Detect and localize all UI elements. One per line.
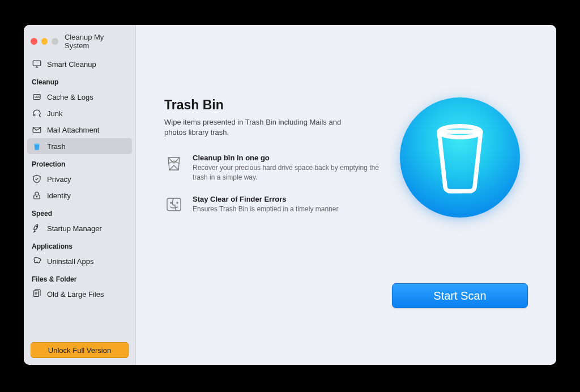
sidebar-item-cache-logs[interactable]: LOG Cache & Logs bbox=[27, 89, 132, 105]
feature-title: Stay Clear of Finder Errors bbox=[193, 195, 338, 203]
app-icon bbox=[32, 256, 42, 266]
svg-point-5 bbox=[35, 143, 40, 145]
log-icon: LOG bbox=[32, 92, 42, 102]
svg-rect-0 bbox=[33, 61, 41, 66]
sidebar-item-label: Smart Cleanup bbox=[47, 60, 96, 69]
sidebar-item-junk[interactable]: Junk bbox=[27, 105, 132, 121]
sidebar-item-mail-attachment[interactable]: Mail Attachment bbox=[27, 122, 132, 138]
svg-rect-4 bbox=[33, 127, 41, 133]
sidebar-content: Smart Cleanup Cleanup LOG Cache & Logs J… bbox=[24, 56, 135, 338]
titlebar: Cleanup My System bbox=[24, 31, 135, 56]
sidebar: Cleanup My System Smart Cleanup Cleanup … bbox=[24, 25, 136, 365]
app-window: Cleanup My System Smart Cleanup Cleanup … bbox=[24, 25, 556, 365]
shield-icon bbox=[32, 174, 42, 184]
fullscreen-icon[interactable] bbox=[52, 38, 58, 45]
sidebar-section-speed: Speed bbox=[27, 204, 132, 220]
main-panel: Trash Bin Wipe items presented in Trash … bbox=[136, 25, 556, 365]
sidebar-item-label: Identity bbox=[47, 191, 71, 200]
headphones-icon bbox=[32, 108, 42, 118]
sidebar-item-old-large-files[interactable]: Old & Large Files bbox=[27, 286, 132, 302]
feature-cleanup-bin: Cleanup bin in one go Recover your preci… bbox=[164, 154, 379, 182]
sidebar-item-smart-cleanup[interactable]: Smart Cleanup bbox=[27, 56, 132, 72]
sidebar-item-privacy[interactable]: Privacy bbox=[27, 171, 132, 187]
svg-rect-10 bbox=[167, 198, 181, 211]
close-icon[interactable] bbox=[31, 38, 37, 45]
sidebar-item-label: Junk bbox=[47, 109, 62, 118]
feature-finder-errors: Stay Clear of Finder Errors Ensures Tras… bbox=[164, 195, 379, 214]
sidebar-item-label: Old & Large Files bbox=[47, 290, 104, 299]
sidebar-item-label: Mail Attachment bbox=[47, 126, 100, 134]
svg-point-12 bbox=[177, 202, 178, 203]
sidebar-item-startup-manager[interactable]: Startup Manager bbox=[27, 220, 132, 236]
wire-trash-icon bbox=[164, 154, 184, 173]
svg-point-8 bbox=[36, 226, 37, 227]
svg-point-3 bbox=[33, 114, 35, 116]
page-subtitle: Wipe items presented in Trash Bin includ… bbox=[164, 117, 346, 138]
sidebar-item-label: Startup Manager bbox=[47, 224, 102, 233]
sidebar-item-identity[interactable]: Identity bbox=[27, 188, 132, 203]
unlock-full-version-button[interactable]: Unlock Full Version bbox=[31, 342, 129, 358]
window-title: Cleanup My System bbox=[65, 33, 129, 50]
sidebar-item-label: Privacy bbox=[47, 175, 71, 184]
sidebar-item-label: Trash bbox=[47, 142, 66, 151]
finder-icon bbox=[164, 195, 184, 214]
feature-desc: Recover your precious hard drive space b… bbox=[193, 163, 379, 182]
lock-icon bbox=[32, 190, 42, 201]
feature-title: Cleanup bin in one go bbox=[193, 154, 379, 162]
envelope-icon bbox=[32, 125, 42, 135]
sidebar-item-uninstall-apps[interactable]: Uninstall Apps bbox=[27, 253, 132, 269]
files-icon bbox=[32, 289, 42, 299]
sidebar-item-label: Cache & Logs bbox=[47, 93, 93, 101]
minimize-icon[interactable] bbox=[41, 38, 48, 45]
feature-desc: Ensures Trash Bin is emptied in a timely… bbox=[193, 204, 338, 214]
sidebar-section-files-folder: Files & Folder bbox=[27, 270, 132, 286]
svg-text:LOG: LOG bbox=[35, 96, 40, 99]
sidebar-section-cleanup: Cleanup bbox=[27, 73, 132, 88]
trash-bin-illustration bbox=[400, 97, 520, 218]
sidebar-section-applications: Applications bbox=[27, 237, 132, 253]
start-scan-button[interactable]: Start Scan bbox=[392, 283, 528, 308]
rocket-icon bbox=[32, 223, 42, 233]
sidebar-item-trash[interactable]: Trash bbox=[27, 138, 132, 154]
svg-point-7 bbox=[36, 197, 37, 198]
sidebar-section-protection: Protection bbox=[27, 155, 132, 171]
trash-icon bbox=[32, 141, 42, 151]
sidebar-item-label: Uninstall Apps bbox=[47, 257, 93, 266]
svg-point-11 bbox=[170, 202, 172, 203]
monitor-icon bbox=[32, 59, 42, 69]
